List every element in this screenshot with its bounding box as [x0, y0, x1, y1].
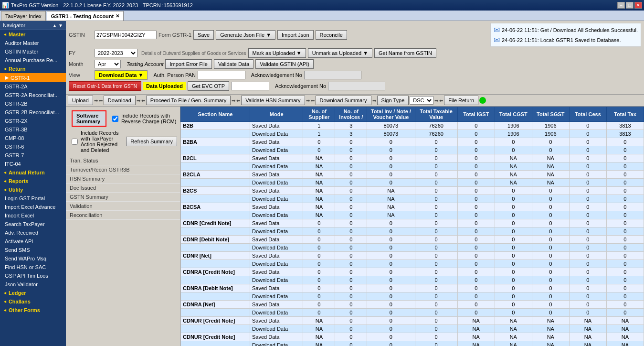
download-button[interactable]: Download: [104, 96, 136, 105]
tab-gstr1-testing[interactable]: GSTR1 - Testing Account ✕: [47, 11, 124, 21]
nav-section-challans[interactable]: ◄ Challans: [0, 297, 66, 306]
left-panel-item-doc-issued[interactable]: Doc Issued: [66, 184, 180, 193]
import-error-file-button[interactable]: Import Error File: [165, 59, 211, 69]
acknowledgement-no-input2[interactable]: [328, 82, 385, 90]
sidebar-item-gstr7[interactable]: GSTR-7: [0, 151, 66, 160]
file-return-button[interactable]: File Return: [444, 96, 478, 105]
table-row[interactable]: Download Data NA 0 0 0 NA NA NA NA NA: [181, 325, 644, 333]
tab-taxpayer-index[interactable]: TaxPayer Index: [1, 11, 46, 21]
validate-gstin-api-button[interactable]: Validate GSTIN (API): [255, 59, 314, 69]
nav-section-annual-return[interactable]: ◄ Annual Return: [0, 168, 66, 177]
table-row[interactable]: Download Data NA 0 0 0 0 NA NA 0 0: [181, 162, 644, 171]
sidebar-item-gstr2a[interactable]: GSTR-2A: [0, 82, 66, 91]
sign-type-button[interactable]: Sign Type: [377, 96, 409, 105]
table-row[interactable]: Download Data NA 0 NA 0 0 0 0 0 0: [181, 195, 644, 203]
sidebar-item-cmp08[interactable]: CMP-08: [0, 134, 66, 142]
nav-section-utility[interactable]: ◄ Utility: [0, 185, 66, 194]
left-panel-item-tran-status[interactable]: Tran. Status: [66, 156, 180, 165]
table-row[interactable]: Download Data 0 0 0 0 0 0 0 0 0: [181, 260, 644, 268]
unmark-uploaded-button[interactable]: Unmark as Uploaded ▼: [308, 48, 372, 58]
nav-section-reports[interactable]: ◄ Reports: [0, 177, 66, 185]
generate-json-button[interactable]: Generate Json File ▼: [216, 30, 275, 40]
validate-data-button[interactable]: Validate Data: [214, 59, 253, 69]
view-download-data-button[interactable]: Download Data ▼: [95, 70, 148, 80]
download-summary-button[interactable]: Download Summary: [316, 96, 371, 105]
month-select[interactable]: Apr: [95, 60, 121, 68]
sidebar-item-gstr1[interactable]: ▶ GSTR-1: [0, 73, 66, 82]
nav-section-other-forms[interactable]: ◄ Other Forms: [0, 306, 66, 314]
sidebar-item-send-wapro[interactable]: Send WAPro Msq: [0, 254, 66, 263]
table-row[interactable]: CDNRA [Net] Saved Data 0 0 0 0 0 0 0 0 0: [181, 301, 644, 309]
acknowledgement-no-input[interactable]: [304, 71, 361, 79]
left-panel-item-turnover-recon[interactable]: Turnover/Recon GSTR3B: [66, 165, 180, 174]
sidebar-item-gstin-master[interactable]: GSTIN Master: [0, 47, 66, 56]
sign-type-select[interactable]: DSC: [410, 96, 433, 105]
mark-uploaded-button[interactable]: Mark as Uploaded ▼: [248, 48, 306, 58]
table-row[interactable]: Download Data 0 0 0 0 0 0 0 0 0: [181, 292, 644, 301]
title-bar-controls[interactable]: – □ ✕: [617, 2, 642, 9]
include-rcm-checkbox[interactable]: [112, 116, 118, 122]
refresh-summary-button[interactable]: Refresh Summary: [126, 137, 177, 146]
sidebar-item-import-excel[interactable]: Imoort Excel: [0, 211, 66, 220]
table-row[interactable]: Download Data 0 0 0 0 0 0 0 0 0: [181, 276, 644, 284]
table-row[interactable]: CDNUR [Credit Note] Saved Data NA 0 0 0 …: [181, 333, 644, 341]
sidebar-item-activate-api[interactable]: Activate API: [0, 237, 66, 246]
table-row[interactable]: CDNRA [Credit Note] Saved Data 0 0 0 0 0…: [181, 268, 644, 276]
get-name-from-gstin-button[interactable]: Get Name from GSTIN: [374, 48, 436, 58]
sidebar-item-gstr3b[interactable]: GSTR-3B: [0, 125, 66, 134]
save-button[interactable]: Save: [193, 30, 214, 40]
table-row[interactable]: Download Data 1 3 80073 76260 0 1906 190…: [181, 130, 644, 138]
close-button[interactable]: ✕: [634, 2, 642, 9]
table-row[interactable]: Download Data NA 0 0 0 NA NA NA NA NA: [181, 341, 644, 346]
sidebar-item-search-taxpayer[interactable]: Search TaxPayer: [0, 220, 66, 228]
upload-button[interactable]: Upload: [68, 96, 93, 105]
sidebar-item-gstr2a-reconcil[interactable]: GSTR-2A Reconciliat...: [0, 91, 66, 99]
table-row[interactable]: B2CL Saved Data NA 0 0 0 0 NA NA 0 0: [181, 154, 644, 162]
table-row[interactable]: B2CLA Saved Data NA 0 0 0 0 NA NA 0 0: [181, 171, 644, 179]
gstin-input[interactable]: [95, 31, 157, 39]
validate-hsn-button[interactable]: Validate HSN Summary: [241, 96, 305, 105]
sidebar-item-gsp-api[interactable]: GSP API Tim Loos: [0, 271, 66, 280]
sidebar-item-find-hsn[interactable]: Find HSN or SAC: [0, 263, 66, 271]
table-row[interactable]: CDNR [Credit Note] Saved Data 0 0 0 0 0 …: [181, 219, 644, 227]
import-json-button[interactable]: Import Json: [277, 30, 313, 40]
table-row[interactable]: B2CSA Saved Data NA 0 NA 0 0 0 0 0 0: [181, 203, 644, 211]
table-row[interactable]: B2BA Saved Data 0 0 0 0 0 0 0 0 0: [181, 138, 644, 146]
proceed-to-file-button[interactable]: Proceed To File / Gen. Summary: [146, 96, 231, 105]
left-panel-item-hsn-summary[interactable]: HSN Summary: [66, 174, 180, 184]
sidebar-item-gstr6[interactable]: GSTR-6: [0, 142, 66, 151]
table-row[interactable]: CDNR [Net] Saved Data 0 0 0 0 0 0 0 0 0: [181, 252, 644, 260]
sidebar-item-json-validator[interactable]: Json Validator: [0, 280, 66, 289]
evc-otp-input[interactable]: [231, 82, 269, 90]
table-row[interactable]: CDNRA [Debit Note] Saved Data 0 0 0 0 0 …: [181, 284, 644, 292]
nav-section-master[interactable]: ◄ Master: [0, 30, 66, 39]
nav-section-ledger[interactable]: ◄ Ledger: [0, 289, 66, 297]
fy-select[interactable]: 2022-2023: [95, 49, 137, 57]
table-row[interactable]: Download Data NA 0 0 0 0 NA NA 0 0: [181, 179, 644, 187]
nav-section-return[interactable]: ◄ Return: [0, 65, 66, 73]
maximize-button[interactable]: □: [626, 2, 633, 9]
table-row[interactable]: Download Data 0 0 0 0 0 0 0 0 0: [181, 309, 644, 317]
sidebar-item-annual-purchase[interactable]: Annual Purchase Re...: [0, 56, 66, 65]
sidebar-item-send-sms[interactable]: Send SMS: [0, 246, 66, 254]
sidebar-item-import-excel-adv[interactable]: Import Excel Advance: [0, 203, 66, 211]
sidebar-item-gstr2x[interactable]: GSTR-2X: [0, 117, 66, 125]
sidebar-item-login-gst[interactable]: Login GST Portal: [0, 194, 66, 203]
tab-close-icon[interactable]: ✕: [116, 13, 119, 19]
reset-gstr1-button[interactable]: Reset Gstr-1 Data from GSTN: [69, 81, 141, 91]
include-rejected-checkbox[interactable]: [72, 139, 78, 145]
sidebar-item-gstr2b-reconcil[interactable]: GSTR-2B Reconciliat...: [0, 108, 66, 117]
sidebar-item-gstr2b[interactable]: GSTR-2B: [0, 99, 66, 108]
table-row[interactable]: Download Data 0 0 0 0 0 0 0 0 0: [181, 146, 644, 154]
minimize-button[interactable]: –: [617, 2, 625, 9]
table-row[interactable]: CDNUR [Credit Note] Saved Data NA 0 0 0 …: [181, 317, 644, 325]
reconcile-button[interactable]: Reconcile: [316, 30, 347, 40]
sidebar-item-itc04[interactable]: ITC-04: [0, 160, 66, 168]
auth-person-pan-input[interactable]: [198, 71, 245, 79]
left-panel-item-reconciliation[interactable]: Reconciliation: [66, 211, 180, 220]
table-row[interactable]: CDNR [Debit Note] Saved Data 0 0 0 0 0 0…: [181, 236, 644, 244]
table-row[interactable]: Download Data 0 0 0 0 0 0 0 0 0: [181, 244, 644, 252]
table-row[interactable]: Download Data NA 0 NA 0 0 0 0 0 0: [181, 211, 644, 219]
table-row[interactable]: B2B Saved Data 1 3 80073 76260 0 1906 19…: [181, 122, 644, 130]
sidebar-item-adv-received[interactable]: Adv. Received: [0, 228, 66, 237]
